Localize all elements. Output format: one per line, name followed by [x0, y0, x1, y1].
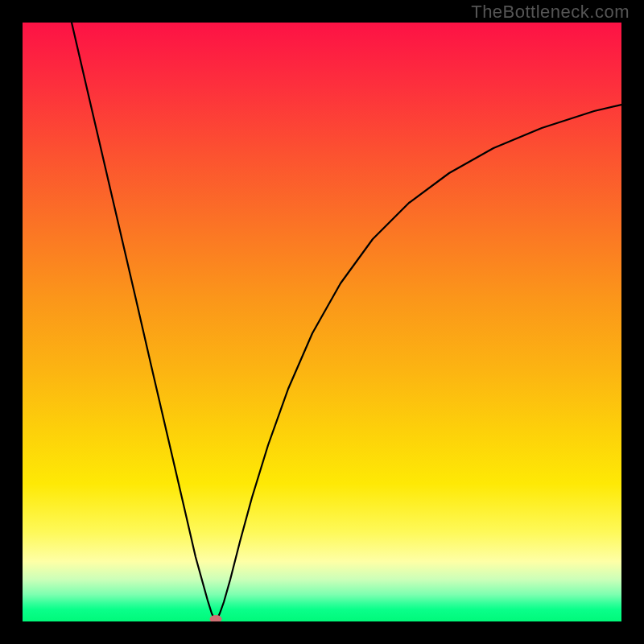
curve-minimum-marker	[210, 615, 222, 621]
watermark-label: TheBottleneck.com	[471, 2, 630, 23]
bottleneck-curve	[23, 23, 621, 621]
chart-frame: TheBottleneck.com	[0, 0, 644, 644]
plot-area	[23, 23, 621, 621]
